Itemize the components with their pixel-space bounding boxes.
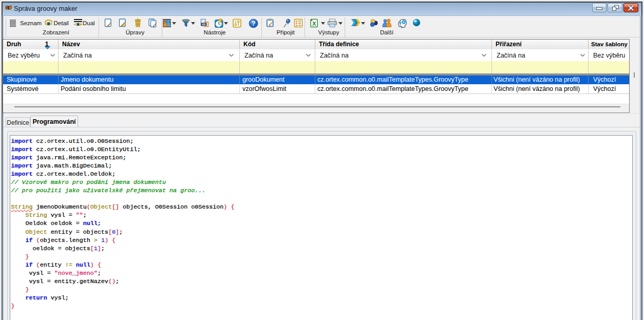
svg-text:?: ? <box>252 20 256 27</box>
svg-text:X: X <box>312 21 316 27</box>
